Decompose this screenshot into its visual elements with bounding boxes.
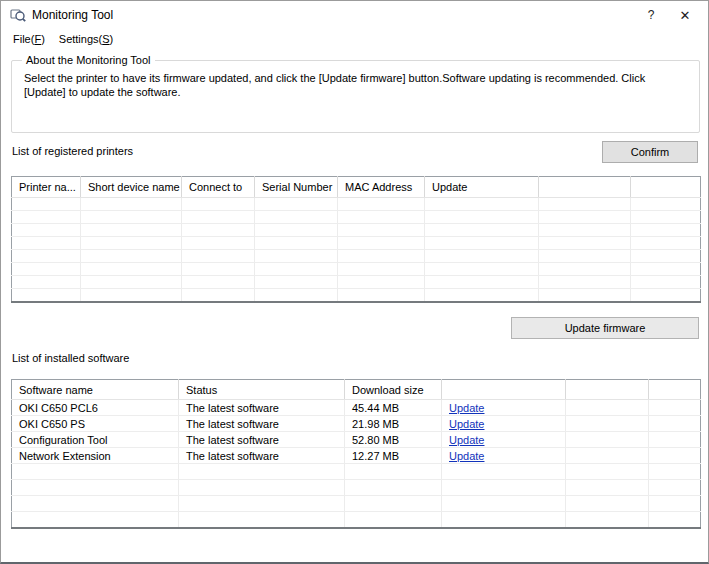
software-size: 52.80 MB: [345, 432, 442, 448]
software-size: 45.44 MB: [345, 400, 442, 416]
column-header-empty-2: [631, 177, 701, 198]
help-button[interactable]: ?: [634, 2, 668, 28]
monitoring-tool-window: Monitoring Tool ? ✕ File(F) Settings(S) …: [0, 0, 709, 564]
software-row: OKI C650 PCL6 The latest software 45.44 …: [12, 400, 701, 416]
column-header-status[interactable]: Status: [179, 380, 345, 400]
software-row: Configuration Tool The latest software 5…: [12, 432, 701, 448]
menu-settings-pre: Settings(: [59, 33, 102, 45]
about-text: Select the printer to have its firmware …: [12, 61, 699, 99]
software-row: OKI C650 PS The latest software 21.98 MB…: [12, 416, 701, 432]
software-size: 21.98 MB: [345, 416, 442, 432]
software-name: Network Extension: [12, 448, 179, 464]
printers-empty-row: [12, 224, 701, 237]
update-link[interactable]: Update: [449, 450, 484, 462]
printers-empty-row: [12, 276, 701, 289]
printers-empty-row: [12, 250, 701, 263]
software-status: The latest software: [179, 448, 345, 464]
software-row: Network Extension The latest software 12…: [12, 448, 701, 464]
title-bar: Monitoring Tool ? ✕: [1, 1, 708, 29]
installed-software-label: List of installed software: [12, 352, 129, 364]
column-header-short-device-name[interactable]: Short device name: [81, 177, 182, 198]
column-header-download-size[interactable]: Download size: [345, 380, 442, 400]
menu-settings-post: ): [110, 33, 114, 45]
registered-printers-label: List of registered printers: [12, 145, 133, 157]
software-empty-row: [12, 480, 701, 496]
about-groupbox-title: About the Monitoring Tool: [22, 54, 155, 66]
column-header-empty-1: [539, 177, 631, 198]
printers-empty-row: [12, 263, 701, 276]
update-firmware-button[interactable]: Update firmware: [511, 317, 699, 339]
confirm-button[interactable]: Confirm: [602, 141, 698, 163]
menu-bar: File(F) Settings(S): [1, 29, 708, 49]
software-size: 12.27 MB: [345, 448, 442, 464]
software-name: OKI C650 PCL6: [12, 400, 179, 416]
software-empty-row: [12, 512, 701, 528]
menu-settings-mnemonic: S: [102, 33, 109, 45]
column-header-action: [442, 380, 566, 400]
software-name: Configuration Tool: [12, 432, 179, 448]
app-icon: [10, 7, 26, 23]
about-groupbox: About the Monitoring Tool Select the pri…: [11, 60, 700, 133]
software-status: The latest software: [179, 400, 345, 416]
column-header-printer-name[interactable]: Printer na...: [12, 177, 81, 198]
close-button[interactable]: ✕: [668, 2, 702, 28]
column-header-serial-number[interactable]: Serial Number: [255, 177, 338, 198]
column-header-mac-address[interactable]: MAC Address: [338, 177, 425, 198]
printers-empty-row: [12, 289, 701, 302]
window-title: Monitoring Tool: [32, 8, 113, 22]
software-status: The latest software: [179, 416, 345, 432]
software-empty-row: [12, 496, 701, 512]
column-header-update[interactable]: Update: [425, 177, 539, 198]
column-header-software-name[interactable]: Software name: [12, 380, 179, 400]
software-status: The latest software: [179, 432, 345, 448]
software-header-row: Software name Status Download size: [12, 380, 701, 400]
software-name: OKI C650 PS: [12, 416, 179, 432]
menu-file-post: ): [41, 33, 45, 45]
software-empty-row: [12, 464, 701, 480]
installed-software-table: Software name Status Download size OKI C…: [11, 379, 701, 529]
update-link[interactable]: Update: [449, 434, 484, 446]
menu-item-settings[interactable]: Settings(S): [52, 31, 120, 47]
column-header-empty-2: [649, 380, 701, 400]
printers-empty-row: [12, 237, 701, 250]
column-header-empty-1: [566, 380, 649, 400]
menu-file-pre: File(: [13, 33, 34, 45]
column-header-connect-to[interactable]: Connect to: [182, 177, 255, 198]
menu-item-file[interactable]: File(F): [6, 31, 52, 47]
update-link[interactable]: Update: [449, 402, 484, 414]
update-link[interactable]: Update: [449, 418, 484, 430]
printers-header-row: Printer na... Short device name Connect …: [12, 177, 701, 198]
registered-printers-table: Printer na... Short device name Connect …: [11, 176, 701, 303]
printers-empty-row: [12, 211, 701, 224]
printers-empty-row: [12, 198, 701, 211]
